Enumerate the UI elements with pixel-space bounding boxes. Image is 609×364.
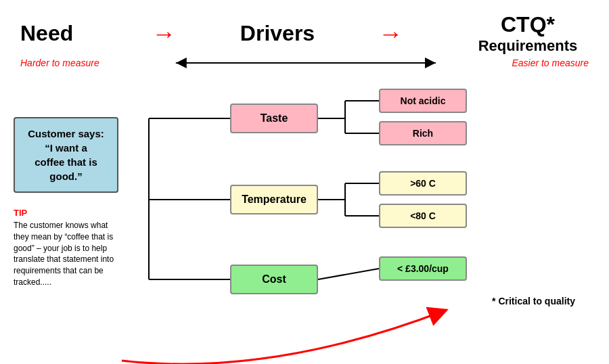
harder-label: Harder to measure [20, 58, 99, 68]
temperature-driver-box: Temperature [230, 185, 318, 214]
ctq-label: CTQ* [501, 12, 555, 37]
tip-title: TIP [14, 208, 27, 218]
svg-line-13 [318, 269, 379, 279]
hot1-ctq-box: >60 C [379, 171, 467, 196]
cost-ctq-box: < £3.00/cup [379, 256, 467, 281]
tip-text: The customer knows what they mean by “co… [14, 220, 118, 288]
requirements-label: Requirements [467, 37, 589, 55]
critical-to-quality-note: * Critical to quality [492, 296, 575, 306]
tree-lines [135, 76, 595, 327]
customer-line3: coffee that is [35, 156, 97, 168]
header-ctq: CTQ* Requirements [467, 12, 589, 55]
customer-box: Customer says: “I want a coffee that is … [14, 117, 118, 193]
customer-line2: “I want a [45, 142, 87, 154]
left-side: Customer says: “I want a coffee that is … [14, 76, 129, 327]
easier-label: Easier to measure [512, 58, 589, 68]
header-need: Need [20, 21, 88, 46]
cost-req-label: < £3.00/cup [397, 263, 449, 274]
need-to-drivers-arrow: → [152, 20, 176, 48]
rich-ctq-box: Rich [379, 121, 467, 145]
header-drivers: Drivers [240, 21, 315, 46]
taste-label: Taste [261, 112, 288, 124]
customer-line1: Customer says: [28, 128, 104, 139]
measure-arrow-container [106, 56, 505, 70]
measure-row: Harder to measure Easier to measure [0, 55, 609, 70]
cost-driver-box: Cost [230, 265, 318, 294]
hot1-label: >60 C [410, 178, 436, 189]
bidirectional-measure-arrow [106, 56, 505, 70]
not-acidic-label: Not acidic [401, 95, 446, 106]
tree-area: Taste Temperature Cost Not acidic Rich >… [135, 76, 595, 327]
hot2-label: <80 C [410, 210, 436, 221]
tip-section: TIP The customer knows what they mean by… [14, 206, 118, 288]
critical-note-text: * Critical to quality [492, 296, 575, 306]
drivers-to-ctq-arrow: → [379, 20, 403, 48]
rich-label: Rich [413, 128, 433, 139]
not-acidic-ctq-box: Not acidic [379, 89, 467, 113]
taste-driver-box: Taste [230, 104, 318, 133]
main-content: Customer says: “I want a coffee that is … [0, 70, 609, 327]
header-row: Need → Drivers → CTQ* Requirements [0, 0, 609, 55]
temperature-label: Temperature [242, 194, 307, 206]
customer-line4: good.” [49, 170, 82, 182]
hot2-ctq-box: <80 C [379, 204, 467, 228]
cost-label: Cost [262, 273, 286, 286]
